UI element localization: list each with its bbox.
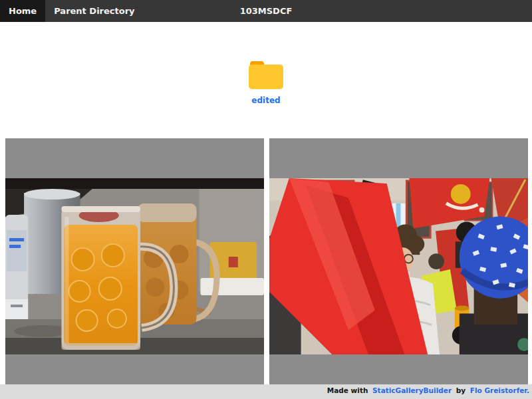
folder-label: edited	[251, 96, 280, 105]
folder-link-edited[interactable]: edited	[236, 61, 296, 138]
gallery-thumbnail-juice-mugs[interactable]	[5, 138, 264, 384]
footer-made-with-text: Made with	[327, 386, 368, 394]
nav-home-link[interactable]: Home	[0, 0, 45, 22]
top-navbar: Home Parent Directory 103MSDCF	[0, 0, 532, 22]
folder-icon	[249, 61, 283, 89]
footer-author-link[interactable]: Flo Greistorfer.	[470, 386, 529, 394]
footer-by-text: by	[456, 386, 466, 394]
footer: Made with StaticGalleryBuilder by Flo Gr…	[0, 384, 532, 399]
gallery-thumbnail-protest[interactable]	[269, 138, 528, 384]
nav-parent-directory-link[interactable]: Parent Directory	[45, 0, 143, 22]
photo-juice-mugs	[5, 178, 264, 354]
folder-section: edited	[0, 22, 532, 138]
footer-builder-link[interactable]: StaticGalleryBuilder	[372, 386, 452, 394]
gallery	[0, 138, 532, 384]
photo-protest-flags	[269, 178, 528, 354]
